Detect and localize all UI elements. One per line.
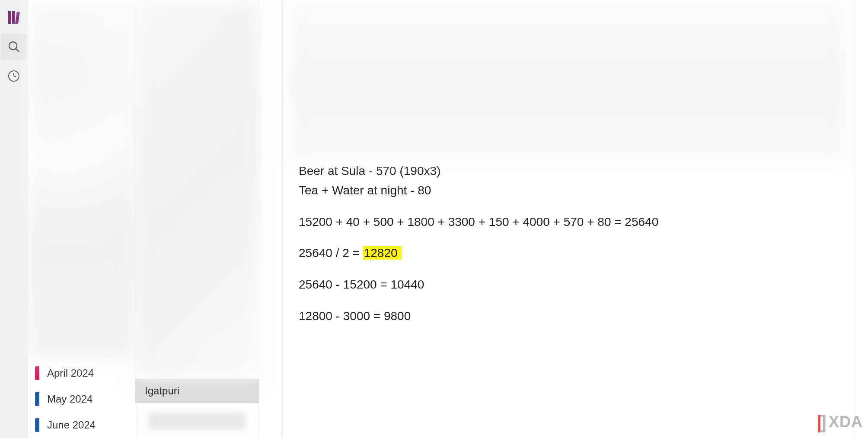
note-highlight: 12820 (363, 246, 402, 260)
pages-blurred-area (135, 0, 259, 379)
notebook-item-may[interactable]: May 2024 (28, 386, 135, 412)
note-line: 12800 - 3000 = 9800 (299, 307, 846, 326)
svg-line-7 (14, 76, 16, 77)
note-calc-line: 25640 / 2 = 12820 (299, 244, 846, 263)
notebook-label: June 2024 (47, 419, 96, 431)
notebook-panel: April 2024 May 2024 June 2024 (28, 0, 135, 438)
clock-icon (8, 70, 20, 82)
page-label: Igatpuri (145, 385, 179, 397)
notebook-items: April 2024 May 2024 June 2024 (28, 360, 135, 438)
note-line: 25640 - 15200 = 10440 (299, 275, 846, 295)
svg-rect-2 (15, 12, 20, 24)
notebook-label: April 2024 (47, 367, 94, 379)
notebook-tab-icon (35, 418, 39, 432)
page-item-igatpuri[interactable]: Igatpuri (135, 379, 259, 403)
pages-items: Igatpuri (135, 379, 259, 438)
note-line: 15200 + 40 + 500 + 1800 + 3300 + 150 + 4… (299, 213, 846, 232)
note-line: Tea + Water at night - 80 (299, 181, 846, 200)
search-button[interactable] (1, 34, 27, 60)
svg-point-3 (9, 42, 17, 50)
notebooks-button[interactable] (1, 4, 27, 30)
notebook-label: May 2024 (47, 393, 93, 405)
bracket-right-icon: ] (820, 411, 827, 433)
notebook-tab-icon (35, 366, 39, 380)
note-calc-prefix: 25640 / 2 = (299, 246, 363, 260)
page-blurred-item (148, 412, 246, 429)
search-icon (7, 40, 20, 53)
svg-line-4 (16, 49, 19, 52)
notebook-item-june[interactable]: June 2024 (28, 412, 135, 438)
watermark-text: XDA (829, 413, 863, 431)
notebook-tab-icon (35, 392, 39, 406)
svg-rect-1 (12, 11, 15, 24)
recent-button[interactable] (1, 63, 27, 89)
left-toolbar (0, 0, 28, 438)
note-text: Beer at Sula - 570 (190x3) Tea + Water a… (290, 160, 846, 326)
notebook-blurred-area (28, 0, 135, 360)
pages-panel: Igatpuri (135, 0, 259, 438)
notebook-item-april[interactable]: April 2024 (28, 360, 135, 386)
notebooks-icon (7, 10, 20, 25)
svg-rect-0 (8, 11, 11, 24)
note-line: Beer at Sula - 570 (190x3) (299, 162, 846, 181)
note-editor[interactable]: Beer at Sula - 570 (190x3) Tea + Water a… (281, 0, 855, 438)
xda-watermark: [ ] XDA (817, 411, 863, 433)
note-blurred-header (290, 0, 846, 160)
